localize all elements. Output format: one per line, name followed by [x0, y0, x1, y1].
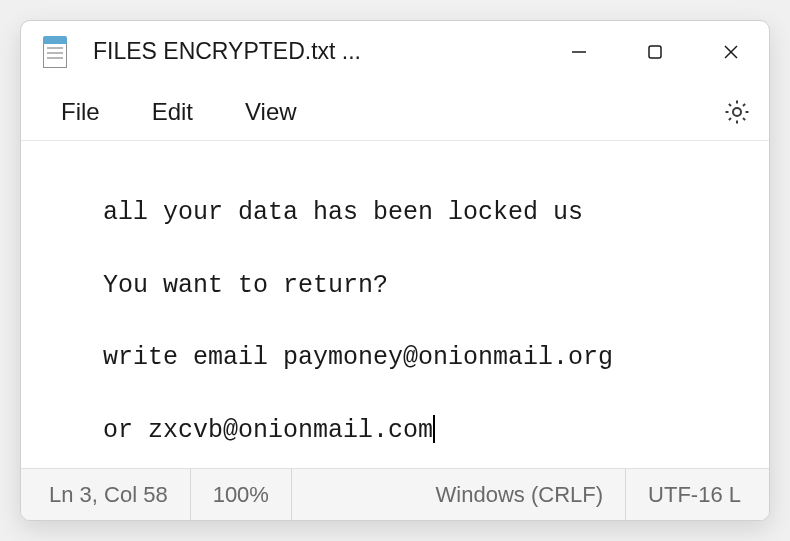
close-button[interactable] [693, 21, 769, 82]
menu-view[interactable]: View [219, 88, 323, 136]
editor-line: You want to return? [103, 271, 388, 300]
menu-file[interactable]: File [35, 88, 126, 136]
gear-icon [722, 97, 752, 127]
text-cursor [433, 415, 435, 443]
svg-rect-1 [649, 46, 661, 58]
menubar: File Edit View [21, 83, 769, 141]
editor-line: or zxcvb@onionmail.com [103, 416, 433, 445]
status-position: Ln 3, Col 58 [27, 469, 191, 520]
minimize-icon [570, 43, 588, 61]
settings-button[interactable] [713, 88, 761, 136]
status-line-ending: Windows (CRLF) [414, 469, 626, 520]
editor-line: write email paymoney@onionmail.org [103, 343, 613, 372]
statusbar: Ln 3, Col 58 100% Windows (CRLF) UTF-16 … [21, 468, 769, 520]
titlebar[interactable]: FILES ENCRYPTED.txt ... [21, 21, 769, 83]
menu-edit[interactable]: Edit [126, 88, 219, 136]
svg-point-4 [733, 108, 741, 116]
close-icon [722, 43, 740, 61]
maximize-icon [647, 44, 663, 60]
editor-line: all your data has been locked us [103, 198, 583, 227]
window-title: FILES ENCRYPTED.txt ... [93, 38, 541, 65]
text-editor[interactable]: all your data has been locked us You wan… [21, 141, 769, 468]
window-controls [541, 21, 769, 82]
status-zoom[interactable]: 100% [191, 469, 292, 520]
status-encoding: UTF-16 L [626, 469, 763, 520]
minimize-button[interactable] [541, 21, 617, 82]
maximize-button[interactable] [617, 21, 693, 82]
notepad-window: FILES ENCRYPTED.txt ... File Edit View a… [20, 20, 770, 521]
notepad-icon [39, 36, 71, 68]
